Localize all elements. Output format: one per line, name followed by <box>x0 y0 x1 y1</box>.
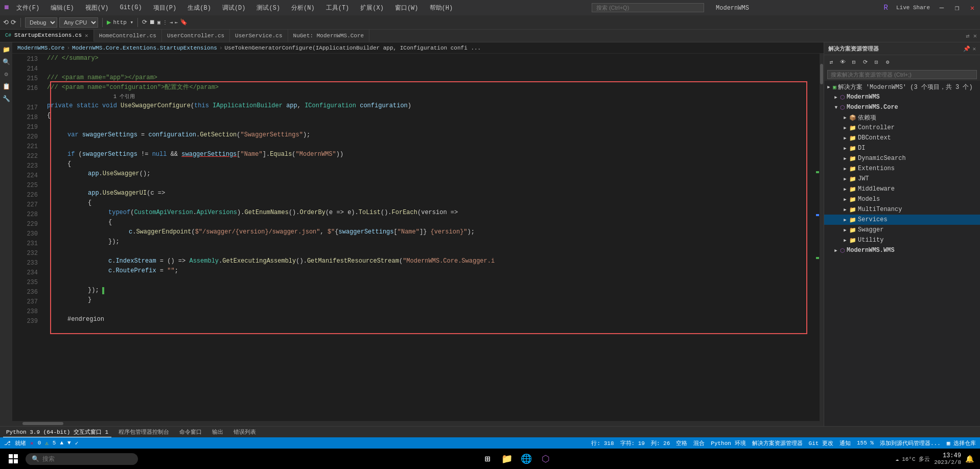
status-select-repo[interactable]: ▦ 选择仓库 <box>947 439 976 447</box>
taskbar-edge[interactable]: 🌐 <box>519 452 533 466</box>
tab-close-startup[interactable]: ✕ <box>85 32 88 39</box>
taskbar-vs-icon[interactable]: ⬡ <box>539 452 553 466</box>
status-nav-down[interactable]: ▼ <box>67 440 71 446</box>
menu-tools[interactable]: 工具(T) <box>322 3 354 13</box>
project-icon-1: ⬡ <box>840 94 845 101</box>
bottom-tab-cmd[interactable]: 命令窗口 <box>176 427 205 437</box>
menu-help[interactable]: 帮助(H) <box>426 3 457 13</box>
breadcrumb-part-2[interactable]: ModernWMS.Core.Extentions.StartupExtensi… <box>72 45 217 51</box>
code-ref-line[interactable]: 1 个引用 <box>47 92 815 101</box>
start-button[interactable] <box>6 452 20 466</box>
menu-file[interactable]: 文件(F) <box>12 3 44 13</box>
rp-settings-btn[interactable]: ⚙ <box>882 57 893 67</box>
tree-swagger[interactable]: ▶ 📁 Swagger <box>824 225 980 235</box>
menu-analyze[interactable]: 分析(N) <box>287 3 319 13</box>
tree-controller[interactable]: ▶ 📁 Controller <box>824 123 980 133</box>
tree-modernwms-wms[interactable]: ▶ ⬡ ModernWMS.WMS <box>824 245 980 255</box>
tab-home-controller[interactable]: HomeController.cs <box>94 30 162 42</box>
status-zoom[interactable]: 155 % <box>857 440 874 446</box>
menu-project[interactable]: 项目(P) <box>149 3 181 13</box>
menu-git[interactable]: Git(G) <box>115 3 146 12</box>
left-icon-1[interactable]: 📁 <box>1 44 11 55</box>
live-share-btn[interactable]: Live Share <box>896 5 930 11</box>
tree-modernwms[interactable]: ▶ ⬡ ModernWMS <box>824 92 980 102</box>
taskbar-search-input[interactable] <box>42 455 124 462</box>
horizontal-scrollbar-track[interactable] <box>12 421 824 426</box>
status-add-source-btn[interactable]: 添加到源代码管理器... <box>880 439 941 447</box>
tree-jwt[interactable]: ▶ 📁 JWT <box>824 174 980 184</box>
panel-close-icon[interactable]: ✕ <box>972 45 976 52</box>
breadcrumb-part-1[interactable]: ModernWMS.Core <box>17 45 64 51</box>
tree-dynamicsearch[interactable]: ▶ 📁 DynamicSearch <box>824 153 980 163</box>
tree-models[interactable]: ▶ 📁 Models <box>824 194 980 204</box>
tree-modernwms-core[interactable]: ▶ ⬡ ModernWMS.Core <box>824 102 980 112</box>
tree-di[interactable]: ▶ 📁 DI <box>824 143 980 153</box>
status-env-label[interactable]: Python 环境 <box>711 439 745 447</box>
rp-filter-btn[interactable]: ⊟ <box>849 57 859 67</box>
bottom-tab-errors[interactable]: 错误列表 <box>230 427 259 437</box>
rp-collapse-btn[interactable]: ⊡ <box>871 57 881 67</box>
left-icon-4[interactable]: 📋 <box>1 81 11 91</box>
rp-refresh-btn[interactable]: ⟳ <box>860 57 870 67</box>
redo-icon[interactable]: ⟳ <box>11 18 16 27</box>
rp-sync-btn[interactable]: ⇄ <box>826 57 836 67</box>
code-editor[interactable]: 213 214 215 216 217 218 219 220 221 222 … <box>12 54 824 421</box>
tree-dbcontext[interactable]: ▶ 📁 DBContext <box>824 133 980 143</box>
status-notify-label[interactable]: 通知 <box>839 439 851 447</box>
bottom-tab-nuget[interactable]: 程序包管理器控制台 <box>115 427 172 437</box>
status-explorer-label[interactable]: 解决方案资源管理器 <box>752 439 803 447</box>
toolbar-icon-3[interactable]: ▣ <box>157 19 160 26</box>
menu-test[interactable]: 测试(S) <box>252 3 284 13</box>
breadcrumb-part-3[interactable]: UseTokenGeneratorConfigure(IApplicationB… <box>225 45 481 51</box>
taskbar-search[interactable]: 🔍 <box>26 453 138 465</box>
menu-extensions[interactable]: 扩展(X) <box>356 3 388 13</box>
bottom-tab-output[interactable]: 输出 <box>209 427 226 437</box>
menu-window[interactable]: 窗口(W) <box>391 3 423 13</box>
left-icon-3[interactable]: ⚙ <box>1 69 11 79</box>
tree-solution-root[interactable]: ▶ ▣ 解决方案 'ModernWMS' (3 个项目，共 3 个) <box>824 82 980 92</box>
tree-utility[interactable]: ▶ 📁 Utility <box>824 235 980 245</box>
rp-show-btn[interactable]: 👁 <box>837 57 848 67</box>
global-search-input[interactable] <box>592 3 704 12</box>
menu-view[interactable]: 视图(V) <box>81 3 113 13</box>
status-git-label[interactable]: Git 更改 <box>809 439 833 447</box>
tab-startup-extensions[interactable]: C# StartupExtensions.cs ✕ <box>0 30 94 42</box>
toolbar-icon-1[interactable]: ⟳ <box>142 18 147 26</box>
debug-mode-select[interactable]: Debug <box>25 17 57 28</box>
menu-build[interactable]: 生成(B) <box>183 3 215 13</box>
tree-services[interactable]: ▶ 📁 Services <box>824 215 980 225</box>
bookmark-icon[interactable]: 🔖 <box>180 18 188 26</box>
vertical-scrollbar[interactable] <box>820 54 824 421</box>
tab-user-controller[interactable]: UserController.cs <box>162 30 230 42</box>
toolbar-icon-5[interactable]: ⇥ <box>170 19 173 26</box>
run-button[interactable]: ▶ <box>107 18 111 27</box>
tab-nuget[interactable]: NuGet: ModernWMS.Core <box>288 30 370 42</box>
horizontal-scrollbar-thumb[interactable] <box>22 422 63 425</box>
close-btn[interactable]: ✕ <box>969 4 976 11</box>
taskbar-file-explorer[interactable]: 📁 <box>500 452 514 466</box>
tree-deps[interactable]: ▶ 📦 依赖项 <box>824 112 980 123</box>
minimize-btn[interactable]: — <box>938 4 945 11</box>
menu-debug[interactable]: 调试(D) <box>218 3 250 13</box>
toolbar-icon-4[interactable]: ⋮ <box>162 19 168 26</box>
solution-search-input[interactable] <box>827 70 977 79</box>
undo-icon[interactable]: ⟲ <box>3 18 9 27</box>
bottom-tab-python[interactable]: Python 3.9 (64-bit) 交互式窗口 1 <box>3 427 111 437</box>
tree-multitenancy[interactable]: ▶ 📁 MultiTenancy <box>824 204 980 215</box>
toolbar-icon-6[interactable]: ⇤ <box>175 19 178 26</box>
cpu-target-select[interactable]: Any CPU <box>59 17 98 28</box>
tree-extentions[interactable]: ▶ 📁 Extentions <box>824 163 980 174</box>
taskbar-apps-icon[interactable]: ⊞ <box>480 452 495 466</box>
left-icon-5[interactable]: 🔧 <box>1 93 11 104</box>
left-icon-2[interactable]: 🔍 <box>1 57 11 67</box>
notification-icon[interactable]: 🔔 <box>965 455 974 463</box>
menu-edit[interactable]: 编辑(E) <box>46 3 78 13</box>
status-nav-up[interactable]: ▲ <box>60 440 63 446</box>
tab-user-service[interactable]: UserService.cs <box>230 30 288 42</box>
tree-middleware[interactable]: ▶ 📁 Middleware <box>824 184 980 194</box>
maximize-btn[interactable]: ❐ <box>953 4 961 11</box>
panel-pin-icon[interactable]: 📌 <box>963 45 970 52</box>
code-content[interactable]: /// </summary> /// <param name="app"></p… <box>43 54 815 421</box>
tab-panel-controls[interactable]: ⇄ ✕ <box>963 30 980 42</box>
toolbar-icon-2[interactable]: ⏹ <box>149 18 155 26</box>
